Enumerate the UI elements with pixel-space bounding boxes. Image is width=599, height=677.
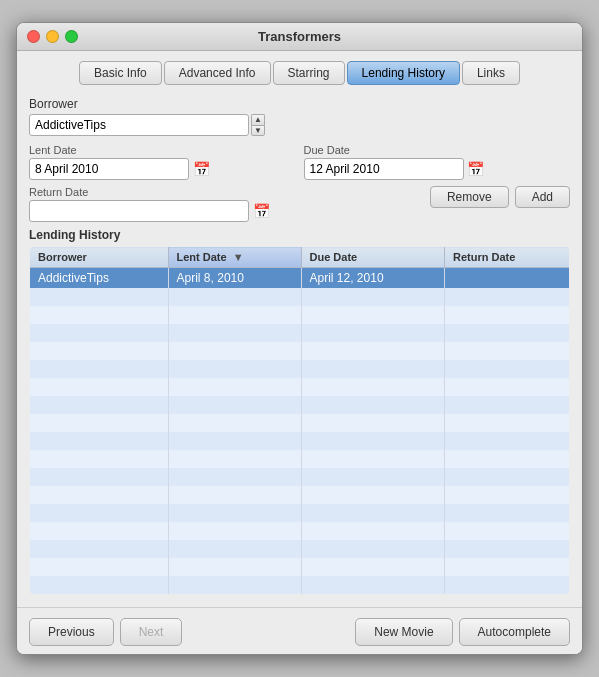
header-row: Borrower Lent Date ▼ Due Date Return Dat… [30,247,570,268]
cell-empty [444,468,569,486]
cell-empty [30,576,169,594]
col-return-date[interactable]: Return Date [444,247,569,268]
table-body: AddictiveTipsApril 8, 2010April 12, 2010 [30,268,570,595]
cell-empty [444,324,569,342]
table-row[interactable] [30,432,570,450]
table-row[interactable] [30,324,570,342]
tab-links[interactable]: Links [462,61,520,85]
table-row[interactable] [30,360,570,378]
borrower-stepper[interactable]: ▲ ▼ [251,114,265,136]
cell-empty [168,324,301,342]
return-date-row: Return Date 📅 Remove Add [29,186,570,222]
borrower-input[interactable] [29,114,249,136]
cell-empty [301,306,444,324]
cell-empty [444,360,569,378]
table-row[interactable] [30,396,570,414]
maximize-button[interactable] [65,30,78,43]
return-date-input[interactable] [29,200,249,222]
cell-empty [301,558,444,576]
previous-button[interactable]: Previous [29,618,114,646]
table-row[interactable] [30,558,570,576]
table-row[interactable] [30,504,570,522]
cell-empty [444,558,569,576]
cell-empty [168,378,301,396]
table-row[interactable] [30,468,570,486]
bottom-bar: Previous Next New Movie Autocomplete [17,607,582,654]
lent-date-group: Lent Date 📅 [29,144,296,180]
col-lent-date[interactable]: Lent Date ▼ [168,247,301,268]
cell-empty [444,486,569,504]
cell-empty [301,414,444,432]
lent-date-input[interactable] [29,158,189,180]
cell-empty [30,324,169,342]
cell-empty [30,360,169,378]
cell-empty [444,432,569,450]
cell-empty [168,432,301,450]
col-lent-date-label: Lent Date [177,251,227,263]
autocomplete-button[interactable]: Autocomplete [459,618,570,646]
cell-empty [444,288,569,306]
add-button[interactable]: Add [515,186,570,208]
due-date-calendar-icon[interactable]: 📅 [466,159,486,179]
tab-starring[interactable]: Starring [273,61,345,85]
due-date-input[interactable] [304,158,464,180]
cell-empty [30,378,169,396]
lent-date-calendar-icon[interactable]: 📅 [191,159,211,179]
bottom-right-buttons: New Movie Autocomplete [355,618,570,646]
stepper-up[interactable]: ▲ [251,114,265,125]
cell-empty [444,378,569,396]
cell-empty [301,378,444,396]
cell-empty [168,288,301,306]
table-row[interactable] [30,288,570,306]
cell-empty [301,522,444,540]
close-button[interactable] [27,30,40,43]
date-row: Lent Date 📅 Due Date 📅 [29,144,570,180]
cell-empty [168,342,301,360]
cell-empty [30,468,169,486]
tab-lending-history[interactable]: Lending History [347,61,460,85]
action-buttons: Remove Add [430,186,570,208]
cell-empty [168,360,301,378]
table-row[interactable] [30,414,570,432]
tab-advanced-info[interactable]: Advanced Info [164,61,271,85]
return-date-calendar-icon[interactable]: 📅 [251,201,271,221]
table-row[interactable] [30,450,570,468]
window-title: Transformers [258,29,341,44]
table-row[interactable] [30,540,570,558]
table-row[interactable]: AddictiveTipsApril 8, 2010April 12, 2010 [30,268,570,289]
new-movie-button[interactable]: New Movie [355,618,452,646]
stepper-down[interactable]: ▼ [251,125,265,136]
cell-empty [444,414,569,432]
due-date-wrap: 📅 [304,158,571,180]
cell-empty [30,486,169,504]
col-borrower[interactable]: Borrower [30,247,169,268]
lent-date-label: Lent Date [29,144,296,156]
cell-empty [168,576,301,594]
table-header: Borrower Lent Date ▼ Due Date Return Dat… [30,247,570,268]
tab-basic-info[interactable]: Basic Info [79,61,162,85]
borrower-input-group: ▲ ▼ [29,114,570,136]
table-row[interactable] [30,486,570,504]
traffic-lights [27,30,78,43]
remove-button[interactable]: Remove [430,186,509,208]
next-button[interactable]: Next [120,618,183,646]
col-due-date-label: Due Date [310,251,358,263]
tab-bar: Basic Info Advanced Info Starring Lendin… [29,61,570,85]
cell-empty [444,576,569,594]
table-row[interactable] [30,342,570,360]
minimize-button[interactable] [46,30,59,43]
cell-empty [168,396,301,414]
table-row[interactable] [30,576,570,594]
table-row[interactable] [30,306,570,324]
sort-arrow-icon: ▼ [233,251,244,263]
due-date-group: Due Date 📅 [304,144,571,180]
cell-empty [301,576,444,594]
cell-empty [444,540,569,558]
table-row[interactable] [30,378,570,396]
table-row[interactable] [30,522,570,540]
cell-empty [444,306,569,324]
col-return-date-label: Return Date [453,251,515,263]
cell-empty [168,522,301,540]
col-due-date[interactable]: Due Date [301,247,444,268]
cell-empty [30,306,169,324]
